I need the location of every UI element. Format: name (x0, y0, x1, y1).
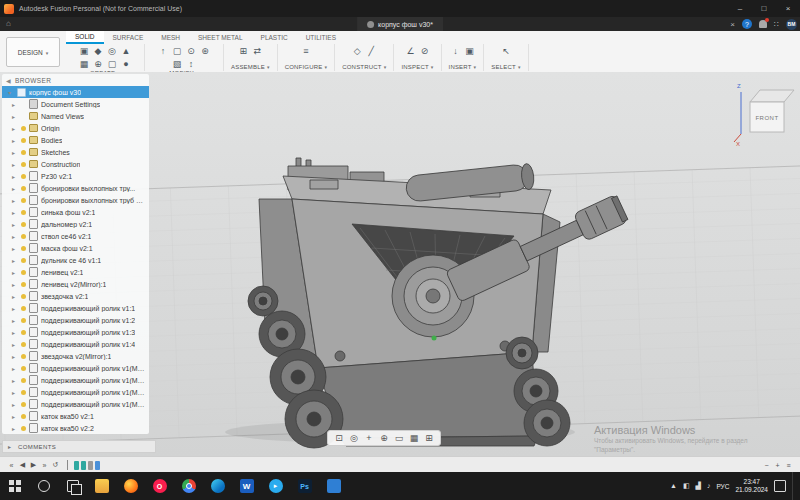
chrome[interactable] (174, 472, 203, 500)
select-icon[interactable]: ↖ (499, 45, 512, 57)
close-button[interactable]: × (776, 0, 800, 17)
browser-tree-item[interactable]: синька фош v2:1 (2, 206, 149, 218)
network-icon[interactable]: ▟ (696, 482, 701, 490)
browser-tree-item[interactable]: Origin (2, 122, 149, 134)
browser-tree-item[interactable]: ленивец v2:1 (2, 266, 149, 278)
collapse-icon[interactable]: ◀ (6, 77, 11, 84)
browser-tree-item[interactable]: поддерживающий ролик v1:4 (2, 338, 149, 350)
browser-tree-item[interactable]: звездочка v2:1 (2, 290, 149, 302)
telegram[interactable]: ▸ (261, 472, 290, 500)
grid-settings-icon[interactable]: ▦ (408, 432, 420, 444)
user-avatar[interactable]: BM (786, 19, 797, 30)
expand-caret-icon[interactable] (12, 293, 18, 300)
visibility-bulb-icon[interactable] (21, 258, 26, 263)
go-to-start-icon[interactable]: « (6, 460, 17, 471)
browser-tree-item[interactable]: поддерживающий ролик v1:1 (2, 302, 149, 314)
expand-caret-icon[interactable] (12, 209, 18, 216)
help-icon[interactable]: ? (742, 19, 752, 29)
visibility-bulb-icon[interactable] (21, 342, 26, 347)
browser-tree-item[interactable]: бронировки выхлопных тру... (2, 182, 149, 194)
insert-icon[interactable]: ↓ (449, 45, 462, 57)
ribbon-tab[interactable]: SOLID (66, 31, 104, 44)
expand-caret-icon[interactable] (12, 425, 18, 432)
ribbon-group-label[interactable]: SELECT (491, 64, 520, 70)
expand-caret-icon[interactable] (12, 365, 18, 372)
go-to-end-icon[interactable]: » (39, 460, 50, 471)
viewports-icon[interactable]: ⊞ (423, 432, 435, 444)
expand-caret-icon[interactable] (12, 257, 18, 264)
pan-icon[interactable]: + (363, 432, 375, 444)
browser-tree-item[interactable]: каток вка50 v2:2 (2, 422, 149, 434)
browser-tree-item[interactable]: маска фош v2:1 (2, 242, 149, 254)
maximize-button[interactable]: □ (752, 0, 776, 17)
feature-marker[interactable] (81, 461, 86, 470)
ribbon-group-label[interactable]: INSERT (449, 64, 477, 70)
offset-icon[interactable]: ⊛ (199, 45, 212, 57)
ribbon-tab[interactable]: SURFACE (104, 31, 153, 44)
taskbar-clock[interactable]: 23:47 21.09.2024 (735, 478, 768, 494)
expand-caret-icon[interactable] (12, 245, 18, 252)
expand-caret-icon[interactable] (12, 197, 18, 204)
action-center-icon[interactable] (774, 480, 786, 492)
browser-tree-item[interactable]: поддерживающий ролик v1(Mirro... (2, 362, 149, 374)
replay-icon[interactable]: ↺ (50, 460, 61, 471)
hole-icon[interactable]: ⊕ (92, 58, 105, 70)
expand-caret-icon[interactable] (12, 401, 18, 408)
ribbon-group-label[interactable]: ASSEMBLE (231, 64, 270, 70)
expand-caret-icon[interactable] (12, 161, 18, 168)
view-cube[interactable]: Z X FRONT (732, 76, 796, 148)
ribbon-tab[interactable]: UTILITIES (297, 31, 345, 44)
ribbon-tab[interactable]: MESH (152, 31, 189, 44)
expand-caret-icon[interactable] (12, 101, 18, 108)
cube-top-face[interactable] (750, 90, 794, 102)
document-tab[interactable]: корпус фош v30* (357, 17, 443, 31)
file-explorer[interactable] (87, 472, 116, 500)
expand-caret-icon[interactable] (12, 233, 18, 240)
expand-caret-icon[interactable] (12, 113, 18, 120)
ribbon-group-label[interactable]: INSPECT (401, 64, 433, 70)
apps-grid-icon[interactable]: ∷ (774, 20, 779, 29)
browser-tree-item[interactable]: Construction (2, 158, 149, 170)
browser-tree-item[interactable]: дальномер v2:1 (2, 218, 149, 230)
visibility-bulb-icon[interactable] (21, 426, 26, 431)
visibility-bulb-icon[interactable] (21, 174, 26, 179)
volume-icon[interactable]: ♪ (707, 482, 711, 490)
joint-icon[interactable]: ⊞ (237, 45, 250, 57)
browser-tree-item[interactable]: дульник се 46 v1:1 (2, 254, 149, 266)
expand-caret-icon[interactable] (12, 149, 18, 156)
visibility-bulb-icon[interactable] (21, 246, 26, 251)
expand-caret-icon[interactable] (12, 341, 18, 348)
ribbon-tab[interactable]: PLASTIC (252, 31, 297, 44)
expand-caret-icon[interactable] (12, 125, 18, 132)
browser-tree-item[interactable]: звездочка v2(Mirror):1 (2, 350, 149, 362)
visibility-bulb-icon[interactable] (21, 126, 26, 131)
visibility-bulb-icon[interactable] (21, 150, 26, 155)
visibility-bulb-icon[interactable] (21, 318, 26, 323)
browser-tree-item[interactable]: поддерживающий ролик v1:2 (2, 314, 149, 326)
visibility-bulb-icon[interactable] (21, 402, 26, 407)
browser-tree-item[interactable]: ленивец v2(Mirror):1 (2, 278, 149, 290)
loft-icon[interactable]: ▲ (120, 45, 133, 57)
extrude-icon[interactable]: ◆ (92, 45, 105, 57)
notification-bell-icon[interactable] (759, 20, 767, 28)
browser-tree-item[interactable]: поддерживающий ролик v1:3 (2, 326, 149, 338)
photoshop[interactable]: Ps (290, 472, 319, 500)
browser-tree-item[interactable]: каток вка50 v2:1 (2, 410, 149, 422)
browser-root-item[interactable]: корпус фош v30 (2, 86, 149, 98)
browser-tree-item[interactable]: Pz30 v2:1 (2, 170, 149, 182)
browser-header[interactable]: ◀ BROWSER (2, 74, 149, 86)
browser-tree-item[interactable]: поддерживающий ролик v1(Mirro... (2, 386, 149, 398)
visibility-bulb-icon[interactable] (21, 210, 26, 215)
opera[interactable]: O (145, 472, 174, 500)
expand-caret-icon[interactable] (12, 281, 18, 288)
browser-tree-item[interactable]: Bodies (2, 134, 149, 146)
visibility-bulb-icon[interactable] (21, 162, 26, 167)
expand-caret-icon[interactable] (12, 353, 18, 360)
close-tab-icon[interactable]: × (730, 20, 735, 29)
timeline-zoom-in-icon[interactable]: + (772, 460, 783, 471)
expand-caret-icon[interactable] (12, 269, 18, 276)
expand-caret-icon[interactable] (12, 317, 18, 324)
show-desktop-button[interactable] (792, 472, 797, 500)
appearance-icon[interactable]: ▧ (171, 58, 184, 70)
visibility-bulb-icon[interactable] (21, 198, 26, 203)
